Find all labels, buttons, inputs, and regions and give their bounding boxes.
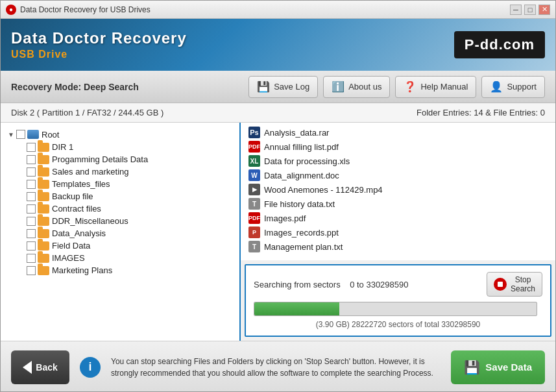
tree-root-item[interactable]: ▼ Root [3,128,237,141]
help-manual-icon: ❓ [404,80,417,93]
tree-item-label: Sales and marketing [52,167,129,177]
status-bar: Back i You can stop searching Files and … [1,341,555,392]
save-log-button[interactable]: 💾 Save Log [248,76,318,98]
stop-icon [494,278,507,291]
folder-icon [38,204,49,214]
tree-checkbox[interactable] [27,180,36,189]
file-item[interactable]: T File history data.txt [243,197,553,211]
folder-icon [38,241,49,251]
tree-checkbox[interactable] [27,266,36,275]
stop-search-label: StopSearch [511,275,535,293]
tree-item[interactable]: Data_Analysis [3,227,237,239]
disk-info-right: Folder Entries: 14 & File Entries: 0 [417,108,545,117]
tree-item[interactable]: DIR 1 [3,141,237,153]
folder-icon [38,254,49,263]
file-type-icon: T [248,198,260,210]
tree-checkbox[interactable] [27,155,36,164]
back-button[interactable]: Back [11,350,69,384]
tree-checkbox[interactable] [27,204,36,214]
tree-item[interactable]: Backup file [3,190,237,202]
progress-bar-container [254,302,537,316]
status-message: You can stop searching Files and Folders… [106,356,441,379]
file-type-icon: T [248,241,260,252]
file-item[interactable]: ▶ Wood Anemones - 112429.mp4 [243,182,553,197]
file-item[interactable]: T Management plan.txt [243,239,553,254]
folder-icon [38,217,49,226]
save-data-button[interactable]: 💾 Save Data [451,350,545,384]
tree-checkbox[interactable] [27,254,36,263]
file-name: File history data.txt [264,199,335,209]
back-arrow-icon [23,361,32,374]
status-message-text: You can stop searching Files and Folders… [111,357,433,378]
right-panel: Ps Analysis_data.rar PDF Annual filling … [241,123,555,341]
minimize-button[interactable]: ─ [510,5,522,15]
file-type-icon: PDF [248,141,260,153]
tree-items-container: DIR 1 Progamming Details Data Sales and … [3,141,237,276]
disk-info-bar: Disk 2 ( Partition 1 / FAT32 / 244.45 GB… [1,103,555,123]
tree-toggle[interactable]: ▼ [6,129,16,140]
tree-item[interactable]: Sales and marketing [3,165,237,178]
recovery-mode-label: Recovery Mode: Deep Search [11,82,243,92]
title-bar-controls: ─ □ ✕ [510,5,550,15]
file-item[interactable]: XL Data for processing.xls [243,154,553,168]
tree-item[interactable]: Templates_files [3,178,237,190]
tree-checkbox-root[interactable] [16,130,25,139]
tree-checkbox[interactable] [27,143,36,152]
tree-item-label: Data_Analysis [52,228,106,238]
file-type-icon: PDF [248,212,260,224]
tree-checkbox[interactable] [27,217,36,226]
tree-item[interactable]: IMAGES [3,252,237,264]
toolbar: Recovery Mode: Deep Search 💾 Save Log ℹ️… [1,71,555,103]
panels-row: ▼ Root DIR 1 Progamming Details Data Sal… [1,123,555,341]
help-manual-button[interactable]: ❓ Help Manual [395,76,476,98]
app-icon: ● [6,5,16,15]
app-title: Data Doctor Recovery USB Drive [11,29,454,60]
tree-item[interactable]: DDR_Miscellaneous [3,215,237,227]
file-item[interactable]: PDF Annual filling list.pdf [243,140,553,154]
disk-info-left: Disk 2 ( Partition 1 / FAT32 / 244.45 GB… [11,108,163,117]
maximize-button[interactable]: □ [524,5,536,15]
file-item[interactable]: Ps Analysis_data.rar [243,125,553,140]
tree-item[interactable]: Field Data [3,239,237,252]
sectors-detail: (3.90 GB) 28222720 sectors of total 3302… [254,320,542,329]
file-name: Annual filling list.pdf [264,142,339,152]
tree-checkbox[interactable] [27,241,36,251]
tree-item-label: Contract files [52,204,101,214]
about-us-button[interactable]: ℹ️ About us [323,76,390,98]
folder-icon [38,143,49,152]
support-button[interactable]: 👤 Support [481,76,545,98]
tree-checkbox[interactable] [27,167,36,177]
main-area: ▼ Root DIR 1 Progamming Details Data Sal… [1,123,555,341]
file-type-icon: W [248,169,260,181]
support-icon: 👤 [490,80,503,93]
tree-checkbox[interactable] [27,229,36,238]
stop-icon-inner [498,282,503,287]
file-panel[interactable]: Ps Analysis_data.rar PDF Annual filling … [241,123,555,260]
tree-item[interactable]: Progamming Details Data [3,153,237,165]
file-name: Wood Anemones - 112429.mp4 [264,185,383,195]
file-item[interactable]: PDF Images.pdf [243,211,553,225]
file-name: Management plan.txt [264,242,343,252]
stop-search-button[interactable]: StopSearch [487,272,542,297]
file-name: Analysis_data.rar [264,128,329,138]
app-title-sub: USB Drive [11,49,454,60]
info-icon: i [80,357,101,378]
file-type-icon: XL [248,155,260,167]
tree-root-label: Root [42,130,59,140]
tree-item[interactable]: Contract files [3,202,237,215]
progress-bar-fill [254,302,339,315]
tree-item[interactable]: Marketing Plans [3,264,237,276]
file-name: Data_alignment.doc [264,171,339,180]
close-button[interactable]: ✕ [538,5,550,15]
folder-icon [38,180,49,189]
file-item[interactable]: P Images_records.ppt [243,225,553,239]
tree-checkbox[interactable] [27,192,36,201]
tree-item-label: Marketing Plans [52,265,112,275]
file-item[interactable]: W Data_alignment.doc [243,168,553,182]
file-items-container: Ps Analysis_data.rar PDF Annual filling … [243,125,553,254]
folder-icon [38,229,49,238]
tree-panel[interactable]: ▼ Root DIR 1 Progamming Details Data Sal… [1,123,241,341]
folder-icon [38,266,49,275]
title-bar-text: Data Doctor Recovery for USB Drives [20,5,510,14]
file-type-icon: P [248,227,260,238]
